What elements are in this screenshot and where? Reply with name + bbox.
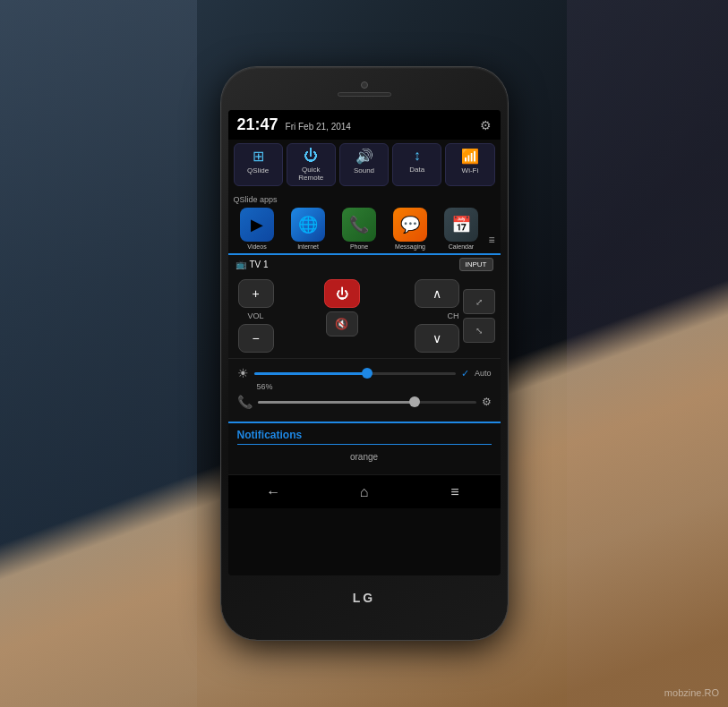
wifi-icon: 📶 <box>461 148 479 165</box>
watermark: mobzine.RO <box>664 687 719 698</box>
tv-channel-icon: 📺 <box>236 260 246 269</box>
vol-control: + VOL − <box>234 279 278 353</box>
list-icon[interactable]: ≡ <box>489 234 495 246</box>
quick-remote-label: Quick Remote <box>289 166 333 182</box>
brightness-percent: 56% <box>257 382 279 391</box>
vol-label: VOL <box>247 311 263 320</box>
volume-thumb[interactable] <box>409 396 420 407</box>
app-videos[interactable]: ▶ Videos <box>234 208 281 250</box>
brightness-row: ☀ ✓ Auto <box>237 366 492 380</box>
ch-down-button[interactable]: ∨ <box>415 324 459 353</box>
vol-down-button[interactable]: − <box>238 324 274 353</box>
phone-icon: 📞 <box>342 208 376 242</box>
bottom-bezel: LG <box>228 575 501 620</box>
auto-check-icon: ✓ <box>461 368 469 379</box>
fullscreen-button[interactable]: ⤢ <box>463 289 495 314</box>
notifications-section: Notifications orange <box>228 422 501 474</box>
qslide-icon: ⊞ <box>253 148 264 165</box>
qslide-apps-list: ▶ Videos 🌐 Internet 📞 Phone 💬 Messaging <box>234 208 495 250</box>
qs-qslide[interactable]: ⊞ QSlide <box>234 143 283 186</box>
phone-body: 21:47 Fri Feb 21, 2014 ⚙ ⊞ QSlide ⏻ Quic… <box>221 67 508 640</box>
qslide-label: QSlide <box>247 166 269 175</box>
tv-controls-area: + VOL − ⏻ 🔇 ∧ CH ∨ <box>228 274 501 358</box>
quick-settings-panel: ⊞ QSlide ⏻ Quick Remote 🔊 Sound ↕ Data 📶 <box>228 140 501 192</box>
phone: 21:47 Fri Feb 21, 2014 ⚙ ⊞ QSlide ⏻ Quic… <box>221 67 508 640</box>
videos-icon: ▶ <box>240 208 274 242</box>
wifi-label: Wi-Fi <box>462 166 479 175</box>
messaging-label: Messaging <box>395 243 425 250</box>
volume-fill <box>258 401 415 404</box>
ch-up-button[interactable]: ∧ <box>415 279 459 308</box>
internet-icon: 🌐 <box>291 208 325 242</box>
quick-remote-icon: ⏻ <box>304 148 318 164</box>
center-controls: ⏻ 🔇 <box>282 279 402 353</box>
videos-label: Videos <box>247 243 266 250</box>
notifications-title: Notifications <box>237 429 492 441</box>
settings-icon[interactable]: ⚙ <box>480 118 492 132</box>
tv-title-area: 📺 TV 1 <box>236 260 269 269</box>
qs-quick-remote[interactable]: ⏻ Quick Remote <box>287 143 336 186</box>
volume-row: 📞 ⚙ <box>237 395 492 409</box>
tv-input-button[interactable]: INPUT <box>459 258 493 271</box>
data-icon: ↕ <box>414 148 421 164</box>
status-date: Fri Feb 21, 2014 <box>286 122 351 132</box>
tv-header: 📺 TV 1 INPUT <box>228 255 501 274</box>
qs-sound[interactable]: 🔊 Sound <box>339 143 389 186</box>
camera <box>361 81 368 89</box>
volume-gear-icon[interactable]: ⚙ <box>482 396 492 408</box>
mute-button[interactable]: 🔇 <box>326 311 358 336</box>
brightness-thumb[interactable] <box>362 368 373 379</box>
qs-data[interactable]: ↕ Data <box>392 143 441 186</box>
qslide-section-title: QSlide apps <box>234 195 495 204</box>
status-left: 21:47 Fri Feb 21, 2014 <box>237 115 351 134</box>
tv-remote-panel: 📺 TV 1 INPUT + VOL − ⏻ <box>228 253 501 358</box>
data-label: Data <box>409 166 424 174</box>
home-button[interactable]: ⌂ <box>341 479 386 506</box>
status-icons: ⚙ <box>480 118 492 132</box>
internet-label: Internet <box>297 243 319 250</box>
fullscreen-controls: ⤢ ⤡ <box>463 279 495 353</box>
screen: 21:47 Fri Feb 21, 2014 ⚙ ⊞ QSlide ⏻ Quic… <box>228 110 501 575</box>
ch-label: CH <box>448 311 459 320</box>
back-button[interactable]: ← <box>251 479 295 506</box>
volume-track[interactable] <box>258 401 476 404</box>
phone-label: Phone <box>350 243 368 250</box>
tv-channel-name: TV 1 <box>250 260 269 269</box>
calendar-label: Calendar <box>449 243 474 250</box>
brightness-icon: ☀ <box>237 366 249 380</box>
brightness-percent-row: 56% <box>237 382 492 391</box>
sound-label: Sound <box>354 166 374 175</box>
speaker <box>338 92 391 97</box>
shrink-button[interactable]: ⤡ <box>463 318 495 343</box>
sliders-section: ☀ ✓ Auto 56% 📞 <box>228 358 501 422</box>
status-bar: 21:47 Fri Feb 21, 2014 ⚙ <box>228 110 501 140</box>
power-button[interactable]: ⏻ <box>324 279 360 308</box>
lg-logo: LG <box>353 591 375 605</box>
ch-controls: ∧ CH ∨ <box>406 279 459 353</box>
calendar-icon: 📅 <box>444 208 478 242</box>
top-bezel <box>228 74 501 110</box>
messaging-icon: 💬 <box>393 208 427 242</box>
qs-wifi[interactable]: 📶 Wi-Fi <box>445 143 494 186</box>
auto-label: Auto <box>475 369 492 378</box>
app-phone[interactable]: 📞 Phone <box>336 208 383 250</box>
app-messaging[interactable]: 💬 Messaging <box>387 208 434 250</box>
volume-slider-icon: 📞 <box>237 395 253 409</box>
mute-icon: 🔇 <box>335 318 348 330</box>
status-time: 21:47 <box>237 115 278 134</box>
menu-button[interactable]: ≡ <box>433 479 477 506</box>
qslide-section: QSlide apps ▶ Videos 🌐 Internet 📞 Phone <box>228 192 501 253</box>
sound-icon: 🔊 <box>355 148 373 165</box>
notification-item[interactable]: orange <box>237 445 492 469</box>
brightness-fill <box>254 372 367 375</box>
brightness-track[interactable] <box>254 372 456 375</box>
vol-up-button[interactable]: + <box>238 279 274 308</box>
app-internet[interactable]: 🌐 Internet <box>285 208 332 250</box>
bottom-navigation: ← ⌂ ≡ <box>228 474 501 508</box>
app-calendar[interactable]: 📅 Calendar <box>438 208 485 250</box>
